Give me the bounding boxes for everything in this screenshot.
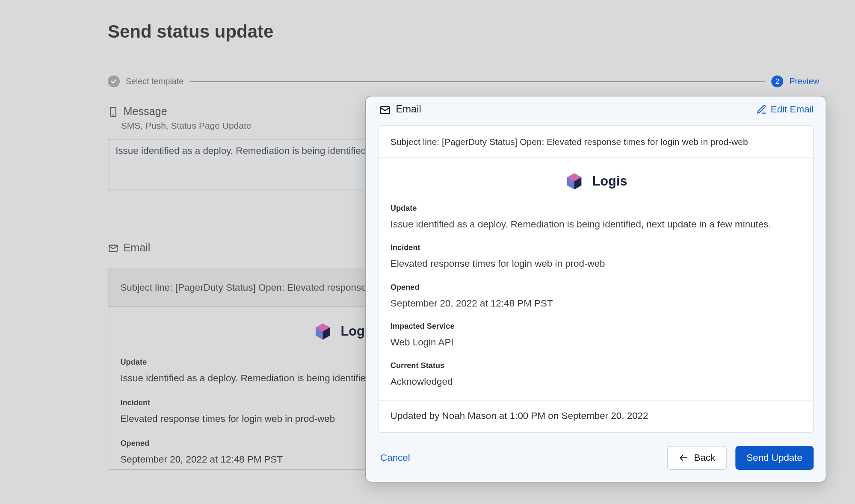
step-2-circle: 2: [771, 75, 783, 87]
modal-title: Email: [396, 103, 421, 115]
value-status: Acknowledged: [391, 375, 801, 390]
step-1-circle: [108, 75, 120, 87]
edit-email-label: Edit Email: [771, 104, 814, 115]
logo-row: Logis: [391, 171, 801, 192]
back-button[interactable]: Back: [667, 446, 727, 470]
label-status: Current Status: [391, 361, 801, 370]
subject-prefix: Subject line:: [120, 283, 175, 293]
email-preview-card: Subject line: [PagerDuty Status] Open: E…: [378, 125, 814, 433]
stepper-line: [189, 81, 765, 82]
check-icon: [110, 78, 118, 85]
value-update: Issue identified as a deploy. Remediatio…: [391, 217, 801, 232]
page-title: Send status update: [108, 21, 273, 42]
logo-name: Logis: [592, 174, 627, 189]
modal-subject-row: Subject line: [PagerDuty Status] Open: E…: [379, 126, 813, 158]
logis-logo-icon: [313, 321, 333, 342]
subject-text: [PagerDuty Status] Open: Elevated respon…: [442, 136, 748, 147]
back-label: Back: [694, 452, 716, 463]
arrow-left-icon: [678, 452, 689, 463]
edit-email-button[interactable]: Edit Email: [756, 104, 814, 115]
subject-prefix: Subject line:: [391, 136, 442, 147]
value-impacted: Web Login API: [391, 336, 801, 351]
updated-by: Updated by Noah Mason at 1:00 PM on Sept…: [379, 401, 813, 432]
pencil-icon: [756, 104, 767, 115]
value-opened: September 20, 2022 at 12:48 PM PST: [391, 296, 801, 311]
label-impacted: Impacted Service: [391, 321, 801, 330]
smartphone-icon: [108, 106, 118, 117]
step-2-label: Preview: [789, 77, 819, 86]
stepper: Select template 2 Preview: [108, 75, 819, 87]
cancel-button[interactable]: Cancel: [380, 452, 410, 463]
step-1-label: Select template: [126, 77, 183, 86]
logis-logo-icon: [564, 171, 585, 192]
label-incident: Incident: [391, 243, 801, 252]
send-update-button[interactable]: Send Update: [735, 446, 814, 470]
label-opened: Opened: [391, 282, 801, 291]
message-title: Message: [123, 105, 167, 118]
label-update: Update: [391, 203, 801, 212]
mail-icon: [379, 104, 390, 115]
email-preview-modal: Email Edit Email Subject line: [PagerDut…: [365, 96, 826, 482]
email-title: Email: [123, 242, 150, 254]
value-incident: Elevated response times for login web in…: [391, 256, 801, 271]
mail-icon: [108, 243, 118, 253]
